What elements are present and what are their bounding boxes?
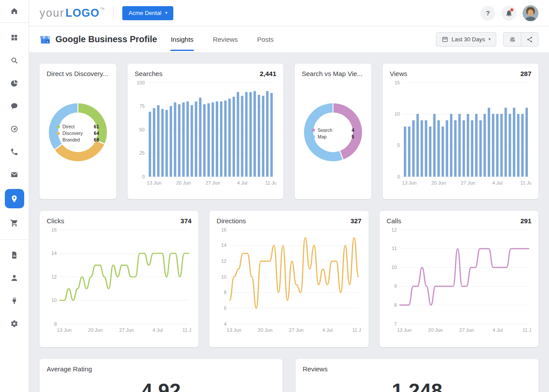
svg-text:11 Jul: 11 Jul	[522, 327, 531, 333]
reviews-value: 1,248	[303, 379, 531, 392]
sidebar-item-chat[interactable]	[0, 94, 29, 117]
line-chart-svg: 81012141613 Jun20 Jun27 Jun4 Jul11 Jul	[47, 226, 191, 334]
line-chart-svg: 4681012141613 Jun20 Jun27 Jun4 Jul11 Jul	[216, 226, 361, 334]
svg-text:20 Jun: 20 Jun	[176, 180, 190, 185]
sidebar-item-analytics[interactable]	[0, 72, 29, 94]
help-button[interactable]: ?	[480, 6, 495, 21]
sidebar-item-ecommerce[interactable]	[0, 211, 29, 234]
svg-text:G: G	[47, 40, 48, 43]
card-title: Search vs Map Vie...	[302, 70, 362, 77]
legend-dot	[312, 128, 315, 131]
svg-text:9: 9	[394, 283, 397, 289]
svg-text:8: 8	[224, 290, 227, 295]
page-header-actions: Last 30 Days ▾	[436, 32, 538, 47]
card-title: Average Rating	[47, 365, 92, 373]
account-name: Acme Dental	[128, 10, 161, 16]
notifications-button[interactable]	[501, 6, 516, 21]
sidebar-item-home[interactable]	[0, 0, 29, 23]
avatar[interactable]	[523, 5, 538, 21]
average-rating-card: Average Rating 4.92	[40, 359, 282, 392]
calls-chart: 78910111213 Jun20 Jun27 Jun4 Jul11 Jul	[387, 226, 531, 334]
svg-text:27 Jun: 27 Jun	[205, 180, 220, 185]
gear-icon	[10, 319, 18, 328]
legend-value: 61	[94, 124, 99, 129]
account-selector-button[interactable]: Acme Dental ▾	[122, 6, 173, 20]
svg-text:20 Jun: 20 Jun	[258, 327, 273, 333]
tab-posts[interactable]: Posts	[257, 26, 274, 53]
sidebar-item-reports[interactable]	[0, 243, 29, 266]
svg-text:27 Jun: 27 Jun	[461, 180, 475, 185]
sidebar-item-search[interactable]	[0, 49, 29, 72]
logo-divider	[113, 7, 113, 20]
map-pin-icon	[10, 195, 18, 203]
google-business-profile-icon: G	[40, 34, 51, 45]
search-vs-map-card: Search vs Map Vie... Search4Map5	[295, 64, 371, 199]
sidebar-item-local-listings[interactable]	[0, 186, 29, 211]
legend-dot	[57, 132, 60, 135]
tabs: Insights Reviews Posts	[170, 26, 293, 53]
card-title: Searches	[135, 70, 162, 77]
sidebar-item-email[interactable]	[0, 163, 29, 186]
svg-text:27 Jun: 27 Jun	[289, 327, 304, 333]
svg-text:11 Jul: 11 Jul	[520, 180, 531, 185]
line-chart-svg: 78910111213 Jun20 Jun27 Jun4 Jul11 Jul	[387, 226, 531, 334]
legend-row: Direct61	[57, 124, 99, 129]
card-total: 2,441	[260, 70, 276, 77]
person-icon	[10, 274, 18, 282]
card-total: 327	[351, 217, 362, 225]
svg-text:10: 10	[51, 298, 57, 303]
legend-row: Branded68	[57, 137, 99, 142]
mail-icon	[10, 171, 18, 179]
svg-text:10: 10	[391, 265, 396, 270]
legend-value: 5	[351, 134, 354, 139]
legend-row: Search4	[312, 127, 354, 133]
svg-text:11 Jul: 11 Jul	[352, 327, 361, 333]
svg-text:12: 12	[51, 274, 57, 279]
svg-text:12: 12	[221, 258, 227, 264]
app-logo: your LOGO TM	[40, 7, 104, 18]
card-title: Direct vs Discovery...	[47, 70, 108, 77]
tab-insights[interactable]: Insights	[170, 26, 194, 53]
logo-prefix: your	[40, 7, 65, 18]
search-vs-map-chart: Search4Map5	[302, 101, 364, 165]
svg-text:10: 10	[221, 274, 227, 279]
sidebar-item-campaigns[interactable]	[0, 117, 29, 140]
legend-label: Discovery	[62, 131, 83, 136]
sliders-icon	[509, 36, 516, 43]
sidebar-item-settings[interactable]	[0, 312, 29, 335]
date-range-button[interactable]: Last 30 Days ▾	[436, 32, 496, 47]
svg-text:14: 14	[221, 243, 227, 248]
home-icon	[10, 7, 18, 15]
card-title: Reviews	[303, 365, 328, 373]
donut-legend: Search4Map5	[312, 126, 354, 141]
share-button[interactable]	[521, 33, 538, 46]
card-total: 287	[520, 70, 531, 77]
sidebar-item-dashboard[interactable]	[0, 26, 29, 49]
tab-reviews[interactable]: Reviews	[212, 26, 238, 53]
svg-text:16: 16	[221, 227, 227, 232]
card-title: Views	[390, 70, 407, 77]
calls-card: Calls 291 78910111213 Jun20 Jun27 Jun4 J…	[380, 211, 538, 347]
svg-text:25: 25	[139, 150, 145, 156]
searches-card: Searches 2,441 025507510013 Jun20 Jun27 …	[128, 64, 283, 199]
svg-text:6: 6	[224, 305, 227, 311]
svg-text:7: 7	[394, 321, 397, 327]
customize-button[interactable]	[504, 33, 521, 46]
dashboard-icon	[10, 33, 18, 42]
help-icon: ?	[486, 9, 490, 17]
topbar-actions: ?	[480, 5, 538, 21]
directions-card: Directions 327 4681012141613 Jun20 Jun27…	[209, 211, 368, 347]
widgets-row-3: Average Rating 4.92 Reviews 1,248	[40, 359, 538, 392]
logo-trademark: TM	[100, 7, 104, 10]
legend-label: Search	[318, 127, 332, 133]
page-title: Google Business Profile	[55, 34, 157, 44]
legend-label: Direct	[62, 124, 74, 129]
svg-text:27 Jun: 27 Jun	[119, 327, 134, 333]
campaign-icon	[10, 125, 18, 133]
sidebar-item-integrations[interactable]	[0, 289, 29, 312]
sidebar-item-clients[interactable]	[0, 266, 29, 289]
legend-label: Map	[318, 134, 326, 139]
sidebar-item-calls[interactable]	[0, 140, 29, 163]
avatar-image	[523, 5, 538, 21]
svg-text:11: 11	[392, 246, 396, 251]
